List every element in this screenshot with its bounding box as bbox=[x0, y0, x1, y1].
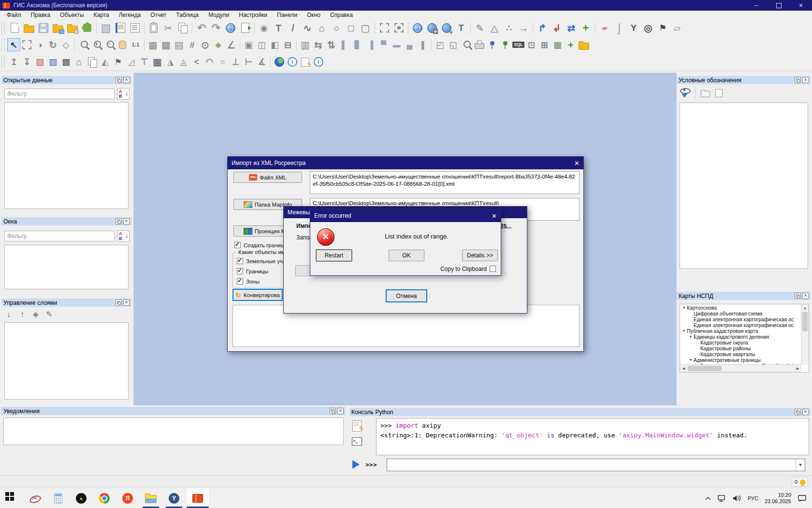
align-top-icon[interactable]: ▀ bbox=[377, 38, 390, 51]
taskbar-aimp[interactable] bbox=[70, 488, 93, 508]
close-panel-icon[interactable] bbox=[123, 299, 130, 306]
speaker-icon[interactable] bbox=[733, 495, 741, 502]
polyline-tool-icon[interactable]: ∿ bbox=[300, 21, 315, 35]
reshape-icon[interactable]: → bbox=[516, 21, 531, 35]
angle-measure-icon[interactable]: ∡ bbox=[255, 56, 268, 69]
minimize-button[interactable]: ─ bbox=[745, 0, 768, 11]
close-panel-icon[interactable] bbox=[802, 77, 809, 83]
rounded-rect-tool-icon[interactable]: ▢ bbox=[358, 21, 373, 35]
attach-object-icon[interactable]: + bbox=[579, 21, 593, 35]
line-tool-icon[interactable]: / bbox=[286, 21, 300, 35]
tree-item[interactable]: Единая электронная картографическая ос bbox=[680, 316, 801, 322]
windows-list[interactable] bbox=[4, 245, 129, 289]
slope-icon[interactable]: ◿ bbox=[125, 56, 138, 69]
scroll-right-icon[interactable]: ▶ bbox=[794, 365, 801, 372]
update-column-icon[interactable]: ⇅ bbox=[325, 38, 338, 51]
combine-icon[interactable]: ▣ bbox=[242, 38, 255, 51]
geocode-icon[interactable] bbox=[439, 21, 454, 35]
select-region-icon[interactable] bbox=[392, 21, 406, 35]
zoom-actual-icon[interactable]: 1:1 bbox=[129, 38, 142, 51]
align-left-icon[interactable]: ▌ bbox=[338, 38, 351, 51]
web-map-icon[interactable] bbox=[223, 21, 238, 35]
new-document-icon[interactable] bbox=[7, 21, 22, 35]
split-icon[interactable]: ◫ bbox=[255, 38, 268, 51]
menu-item-8[interactable]: Модули bbox=[203, 12, 234, 18]
page-flip-icon[interactable]: ▱ bbox=[670, 21, 684, 35]
geo-point-icon[interactable]: ◉ bbox=[257, 21, 271, 35]
polygon-tool-icon[interactable]: ⌂ bbox=[315, 21, 329, 35]
close-panel-icon[interactable] bbox=[123, 77, 130, 83]
error-dialog-titlebar[interactable]: Error occurred ✕ bbox=[310, 209, 501, 222]
clock[interactable]: 10:20 23.06.2025 bbox=[765, 492, 791, 505]
mirror-icon[interactable]: ◭ bbox=[99, 56, 112, 69]
close-panel-icon[interactable] bbox=[337, 408, 344, 414]
tree-item[interactable]: Единая электронная картографическая ос bbox=[680, 322, 801, 328]
image-frame-icon[interactable]: ▦ bbox=[551, 38, 564, 51]
taskbar-chrome[interactable] bbox=[93, 488, 116, 508]
visibility-filter-icon[interactable] bbox=[680, 87, 691, 99]
drag-map-icon[interactable]: ◆ bbox=[212, 38, 225, 51]
search-map-icon[interactable] bbox=[460, 38, 473, 51]
convert-button[interactable]: ↻ Конвертирова bbox=[232, 289, 283, 301]
expand-icon[interactable]: ▾ bbox=[688, 357, 694, 363]
cut-icon[interactable]: ✂ bbox=[161, 21, 175, 35]
insert-node-icon[interactable]: ↧ bbox=[20, 56, 33, 69]
taskbar-axioma[interactable] bbox=[186, 488, 210, 508]
sql-query-icon[interactable]: SQL bbox=[512, 38, 525, 51]
script-icon[interactable] bbox=[350, 419, 363, 433]
perpendicular-2-icon[interactable]: ⊢ bbox=[242, 56, 255, 69]
tree-item[interactable]: Кадастровые округа bbox=[680, 340, 801, 345]
expand-icon[interactable]: ▾ bbox=[681, 328, 687, 334]
close-icon[interactable]: ✕ bbox=[492, 212, 497, 220]
undo-icon[interactable]: ↶ bbox=[194, 21, 209, 35]
layer-label-icon[interactable]: ✎ bbox=[44, 309, 55, 320]
tree-item[interactable]: ▾Картооснова bbox=[680, 305, 801, 311]
texture-fill-icon[interactable]: ▩ bbox=[59, 56, 72, 69]
object-info-icon[interactable] bbox=[286, 56, 299, 69]
language-indicator[interactable]: РУС bbox=[748, 495, 758, 501]
open-data-filter-input[interactable] bbox=[4, 89, 115, 99]
home-style-icon[interactable]: ⌂ bbox=[72, 56, 86, 69]
ellipse-tool-icon[interactable]: ○ bbox=[329, 21, 344, 35]
insert-point-icon[interactable]: ↥ bbox=[7, 56, 20, 69]
close-panel-icon[interactable] bbox=[802, 293, 809, 299]
new-report-icon[interactable] bbox=[113, 21, 128, 35]
menu-item-9[interactable]: Настройки bbox=[234, 12, 272, 18]
new-legend-folder-icon[interactable] bbox=[713, 87, 725, 99]
layer-move-down-icon[interactable]: ↓ bbox=[3, 309, 14, 320]
menu-item-7[interactable]: Таблица bbox=[171, 12, 203, 18]
info-tool-icon[interactable]: ⊙ bbox=[199, 38, 212, 51]
pencil-edit-icon[interactable]: ✎ bbox=[473, 21, 487, 35]
show-grid-icon[interactable]: ▦ bbox=[146, 38, 160, 51]
float-panel-icon[interactable] bbox=[795, 409, 801, 415]
select-polygon-icon[interactable]: ◇ bbox=[59, 38, 72, 51]
table-structure-icon[interactable]: ▥ bbox=[299, 38, 312, 51]
network-icon[interactable] bbox=[718, 495, 726, 502]
taskbar-y-browser[interactable] bbox=[162, 488, 186, 508]
new-map-window-icon[interactable]: ▧ bbox=[99, 21, 113, 35]
perpendicular-1-icon[interactable]: ⊥ bbox=[229, 56, 242, 69]
clip-region-icon[interactable]: ⊟ bbox=[281, 38, 294, 51]
close-icon[interactable]: ✕ bbox=[574, 160, 580, 167]
zoom-selection-icon[interactable]: ⊡ bbox=[525, 38, 538, 51]
notification-badge[interactable]: 0 bbox=[792, 477, 808, 487]
style-blue-icon[interactable]: ▨ bbox=[46, 56, 59, 69]
layer-style-icon[interactable]: ◈ bbox=[30, 309, 42, 320]
python-input-field[interactable] bbox=[388, 460, 791, 470]
select-invert-icon[interactable]: ◑ bbox=[33, 38, 46, 51]
xml-path-field[interactable]: C:\Users\User\Desktop\Земельно-имуществе… bbox=[310, 171, 580, 194]
close-panel-icon[interactable] bbox=[802, 409, 809, 415]
menu-item-12[interactable]: Справка bbox=[325, 12, 358, 18]
pan-hand-icon[interactable] bbox=[116, 38, 129, 51]
erase-part-icon[interactable]: ◧ bbox=[268, 38, 281, 51]
taskbar-calculator[interactable] bbox=[46, 488, 70, 508]
new-table-icon[interactable] bbox=[128, 21, 142, 35]
text-tool-icon[interactable]: T bbox=[271, 21, 286, 35]
toolbar-drag-handle[interactable] bbox=[1, 39, 5, 51]
pentagon-down-icon[interactable]: ◬ bbox=[177, 56, 190, 69]
horizontal-scrollbar[interactable]: ◀ ▶ bbox=[680, 364, 801, 372]
pin-blue-icon[interactable] bbox=[486, 38, 499, 51]
eraser-icon[interactable]: ▰ bbox=[597, 21, 612, 35]
angle-open-icon[interactable]: < bbox=[190, 56, 203, 69]
open-data-sort-button[interactable]: ↓ bbox=[117, 88, 130, 100]
